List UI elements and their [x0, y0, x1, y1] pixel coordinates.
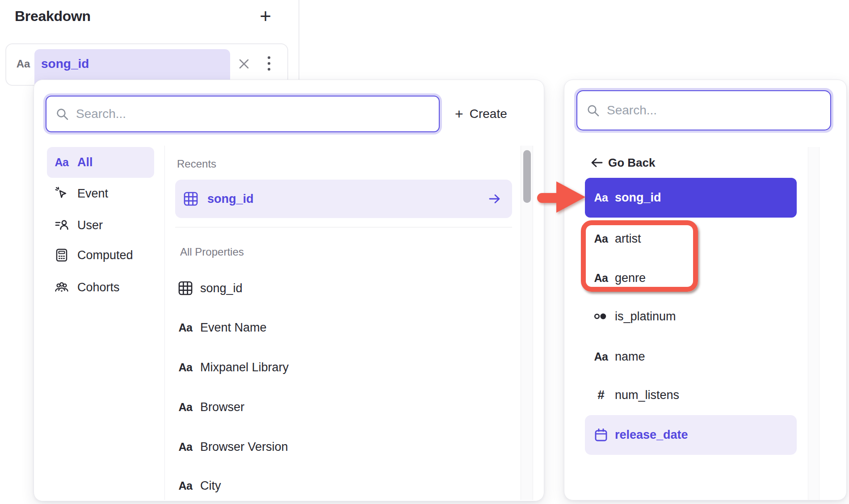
property-label: num_listens	[615, 388, 679, 402]
property-row-name[interactable]: Aa name	[585, 342, 797, 371]
arrow-left-icon	[590, 157, 604, 168]
text-type-icon: Aa	[594, 350, 608, 363]
property-options-button[interactable]	[262, 54, 276, 74]
text-type-icon: Aa	[179, 479, 193, 492]
calculator-icon	[54, 248, 69, 263]
search-input[interactable]	[76, 107, 439, 121]
search-field	[574, 88, 833, 133]
create-property-button[interactable]: + Create	[455, 104, 507, 124]
sidebar-category-event[interactable]: Event	[47, 178, 154, 209]
recent-property-row[interactable]: song_id	[175, 180, 512, 218]
arrow-right-icon	[488, 192, 501, 206]
number-type-icon: #	[597, 388, 605, 402]
search-icon	[55, 107, 69, 121]
property-row-artist[interactable]: Aa artist	[585, 224, 692, 253]
breakdown-panel-border	[298, 0, 299, 80]
property-label: artist	[615, 232, 641, 246]
category-label: Computed	[77, 248, 133, 262]
text-type-icon: Aa	[55, 156, 69, 169]
property-picker-dropdown: + Create Aa All Event User	[34, 80, 544, 501]
scrollbar-thumb[interactable]	[523, 150, 531, 203]
event-cursor-icon	[54, 186, 69, 201]
property-label: Browser Version	[200, 440, 288, 454]
property-label: City	[200, 479, 221, 493]
property-row-genre[interactable]: Aa genre	[585, 263, 692, 293]
property-row-event-name[interactable]: Aa Event Name	[175, 308, 512, 347]
plus-icon: +	[260, 5, 271, 27]
boolean-type-icon	[593, 309, 609, 324]
cohorts-icon	[54, 280, 69, 295]
plus-icon: +	[455, 106, 463, 122]
sidebar-category-all[interactable]: Aa All	[47, 147, 154, 178]
breakdown-section-title: Breakdown	[15, 8, 91, 25]
go-back-label: Go Back	[608, 156, 656, 170]
nested-property-picker-dropdown: Go Back Aa song_id Aa artist Aa genre is…	[564, 80, 847, 500]
property-row-browser[interactable]: Aa Browser	[175, 387, 512, 427]
close-icon	[238, 58, 250, 70]
property-label: Mixpanel Library	[200, 361, 289, 374]
property-label: is_platinum	[615, 310, 676, 323]
property-row-city[interactable]: Aa City	[175, 466, 512, 504]
all-properties-header: All Properties	[180, 246, 244, 258]
text-type-icon: Aa	[179, 361, 193, 374]
search-input[interactable]	[607, 103, 830, 118]
sidebar-category-cohorts[interactable]: Cohorts	[47, 272, 154, 303]
property-row-browser-version[interactable]: Aa Browser Version	[175, 427, 512, 466]
property-label: genre	[615, 271, 646, 285]
text-type-icon: Aa	[179, 321, 193, 334]
search-field	[43, 93, 442, 134]
property-label: Event Name	[200, 321, 267, 335]
create-button-label: Create	[470, 107, 507, 121]
recents-header: Recents	[177, 158, 216, 170]
text-type-icon: Aa	[179, 441, 193, 454]
property-row-song-id[interactable]: song_id	[175, 269, 512, 308]
search-icon	[586, 104, 600, 117]
category-label: Cohorts	[77, 281, 120, 294]
text-type-icon: Aa	[594, 191, 608, 204]
sidebar-category-user[interactable]: User	[47, 210, 154, 241]
property-label: release_date	[615, 428, 688, 442]
calendar-icon	[593, 428, 609, 443]
property-type-text-icon: Aa	[13, 51, 33, 77]
table-icon	[177, 280, 193, 296]
property-label: name	[615, 350, 645, 364]
property-label: song_id	[200, 281, 243, 295]
text-type-icon: Aa	[179, 401, 193, 414]
property-row-is-platinum[interactable]: is_platinum	[585, 302, 797, 331]
property-label: Browser	[200, 400, 244, 414]
scrollbar-track	[808, 147, 820, 500]
kebab-icon	[267, 55, 271, 73]
user-icon	[54, 218, 69, 233]
section-divider	[175, 227, 512, 227]
sidebar-category-computed[interactable]: Computed	[47, 239, 154, 271]
category-label: User	[77, 218, 103, 232]
property-row-mixpanel-library[interactable]: Aa Mixpanel Library	[175, 348, 512, 387]
selected-property-label: song_id	[41, 49, 89, 79]
add-breakdown-button[interactable]: +	[253, 4, 278, 29]
category-list-divider	[164, 146, 165, 500]
category-label: All	[77, 155, 93, 169]
remove-property-button[interactable]	[236, 56, 252, 72]
category-label: Event	[77, 187, 108, 201]
property-row-release-date[interactable]: release_date	[585, 415, 797, 455]
property-label: song_id	[615, 191, 661, 205]
recent-property-label: song_id	[207, 192, 254, 206]
property-row-song-id-selected[interactable]: Aa song_id	[585, 178, 797, 218]
text-type-icon: Aa	[594, 272, 608, 285]
property-row-num-listens[interactable]: # num_listens	[585, 380, 797, 410]
go-back-item[interactable]: Go Back	[578, 150, 792, 175]
table-icon	[183, 191, 199, 207]
text-type-icon: Aa	[594, 232, 608, 245]
